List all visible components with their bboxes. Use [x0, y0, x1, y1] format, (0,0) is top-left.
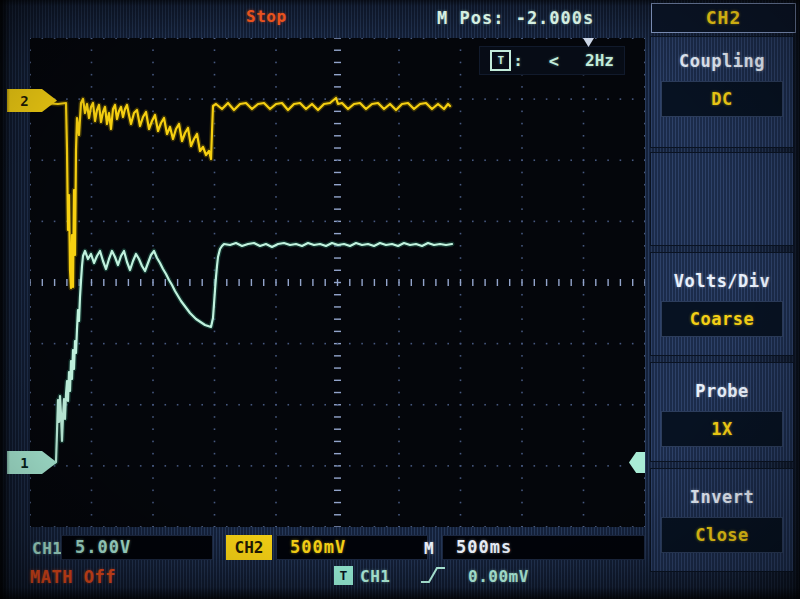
trigger-level-readout: 0.00mV [468, 567, 529, 586]
menu-item-label: Volts/Div [651, 271, 793, 291]
trigger-frequency-readout: T:<2Hz [479, 46, 625, 75]
acquisition-status: Stop [246, 7, 287, 26]
active-menu-title: CH2 [651, 3, 796, 33]
menu-item-coupling[interactable]: Coupling DC [650, 36, 794, 148]
trigger-source-icon: T [334, 566, 353, 585]
oscilloscope-screen: Stop M Pos: -2.000s CH2 T:<2Hz 2 1 Coupl… [0, 0, 800, 599]
trigger-condition: < [549, 51, 559, 71]
trigger-source: CH1 [360, 567, 390, 586]
menu-item-label: Invert [651, 487, 793, 507]
ch1-marker-label: 1 [7, 455, 42, 471]
ch2-scale-readout: 500mV [276, 535, 428, 560]
ch2-label: CH2 [226, 535, 272, 560]
trace-ch1 [30, 243, 452, 464]
menu-item-empty [650, 152, 794, 246]
timebase-readout: 500ms [442, 535, 645, 560]
rising-edge-icon [420, 565, 446, 585]
menu-item-label: Coupling [651, 51, 793, 71]
waveform-graticule [30, 38, 645, 527]
horizontal-position-readout: M Pos: -2.000s [437, 8, 594, 28]
menu-item-value[interactable]: 1X [661, 411, 783, 447]
math-status: MATH Off [30, 567, 116, 587]
menu-item-label: Probe [651, 381, 793, 401]
trigger-separator: : [513, 51, 523, 70]
menu-item-invert[interactable]: Invert Close [650, 468, 794, 572]
waveform-display: T:<2Hz [30, 38, 645, 527]
ch1-scale-readout: 5.00V [61, 535, 213, 560]
ch2-marker-label: 2 [7, 93, 42, 109]
ch1-label: CH1 [32, 539, 62, 558]
trace-ch1 [30, 243, 452, 464]
menu-item-value[interactable]: Close [661, 517, 783, 553]
trigger-frequency: 2Hz [585, 51, 614, 70]
menu-item-value[interactable]: Coarse [661, 301, 783, 337]
menu-item-probe[interactable]: Probe 1X [650, 362, 794, 462]
trigger-type-icon: T [490, 50, 511, 71]
timebase-label: M [424, 539, 434, 558]
menu-item-volts-div[interactable]: Volts/Div Coarse [650, 252, 794, 356]
menu-item-value[interactable]: DC [661, 81, 783, 117]
